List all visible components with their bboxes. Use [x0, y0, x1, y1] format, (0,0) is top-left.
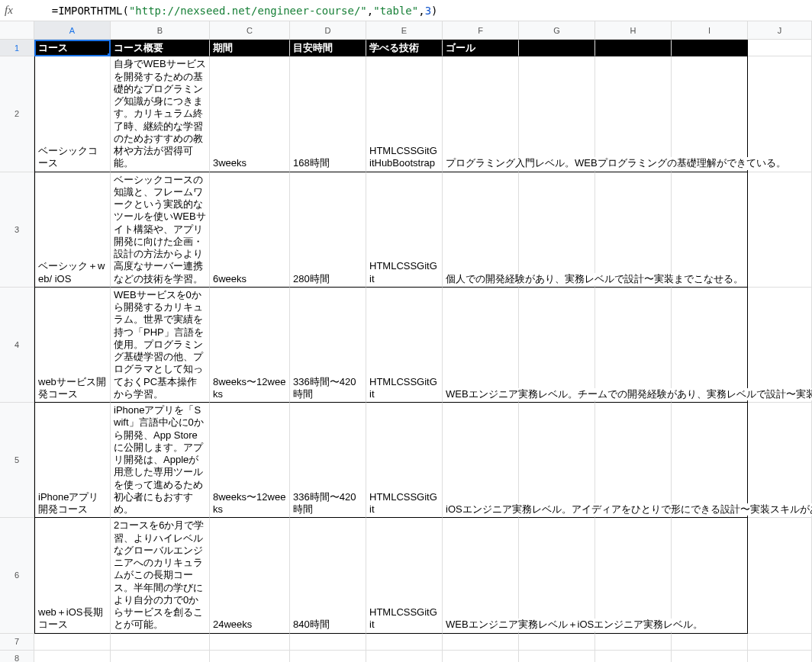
cell-J2[interactable] — [748, 56, 812, 172]
cell-D7[interactable] — [290, 634, 366, 651]
col-header-D[interactable]: D — [290, 21, 366, 40]
col-header-H[interactable]: H — [595, 21, 672, 40]
cell-C2[interactable]: 3weeks — [210, 56, 290, 172]
cell-D8[interactable] — [290, 651, 366, 663]
cell-J6[interactable] — [748, 518, 812, 633]
cell-I6[interactable] — [672, 518, 748, 633]
cell-J5[interactable] — [748, 403, 812, 518]
cell-F1[interactable]: ゴール — [443, 40, 519, 56]
cell-A7[interactable] — [34, 634, 111, 651]
cell-D3[interactable]: 280時間 — [290, 172, 366, 288]
cell-A3[interactable]: ベーシック＋web/ iOS — [34, 172, 111, 288]
cell-H7[interactable] — [595, 634, 672, 651]
cell-F5[interactable]: iOSエンジニア実務レベル。アイディアをひとりで形にできる設計〜実装スキルがある… — [443, 403, 519, 518]
cell-G6[interactable] — [519, 518, 595, 633]
cell-B6[interactable]: 2コースを6か月で学習、よりハイレベルなグローバルエンジニアへのカリキュラムがこ… — [111, 518, 210, 633]
row-header-7[interactable]: 7 — [0, 634, 34, 651]
row-header-8[interactable]: 8 — [0, 651, 34, 663]
cell-F8[interactable] — [443, 651, 519, 663]
cell-B1[interactable]: コース概要 — [111, 40, 210, 56]
cell-F4[interactable]: WEBエンジニア実務レベル。チームでの開発経験があり、実務レベルで設計〜実装まで… — [443, 288, 519, 403]
cell-F6[interactable]: WEBエンジニア実務レベル＋iOSエンジニア実務レベル。 — [443, 518, 519, 633]
cell-C6[interactable]: 24weeks — [210, 518, 290, 633]
cell-A6[interactable]: web＋iOS長期コース — [34, 518, 111, 633]
cell-H1[interactable] — [595, 40, 672, 56]
row-header-1[interactable]: 1 — [0, 40, 34, 56]
col-header-F[interactable]: F — [443, 21, 519, 40]
cell-G8[interactable] — [519, 651, 595, 663]
cell-G2[interactable] — [519, 56, 595, 172]
fill-handle[interactable] — [108, 53, 111, 56]
cell-D2[interactable]: 168時間 — [290, 56, 366, 172]
cell-E4[interactable]: HTMLCSSGitGit — [366, 288, 443, 403]
cell-C8[interactable] — [210, 651, 290, 663]
cell-J8[interactable] — [748, 651, 812, 663]
cell-B3[interactable]: ベーシックコースの知識と、フレームワークという実践的なツールを使いWEBサイト構… — [111, 172, 210, 288]
cell-F7[interactable] — [443, 634, 519, 651]
cell-E2[interactable]: HTMLCSSGitGitHubBootstrap — [366, 56, 443, 172]
cell-H4[interactable] — [595, 288, 672, 403]
col-header-B[interactable]: B — [111, 21, 210, 40]
cell-D1[interactable]: 目安時間 — [290, 40, 366, 56]
cell-H6[interactable] — [595, 518, 672, 633]
cell-A8[interactable] — [34, 651, 111, 663]
cell-C4[interactable]: 8weeks〜12weeks — [210, 288, 290, 403]
cell-H3[interactable] — [595, 172, 672, 288]
cell-E1[interactable]: 学べる技術 — [366, 40, 443, 56]
cell-D4[interactable]: 336時間〜420時間 — [290, 288, 366, 403]
cell-B7[interactable] — [111, 634, 210, 651]
col-header-A[interactable]: A — [34, 21, 111, 40]
cell-J1[interactable] — [748, 40, 812, 56]
cell-G4[interactable] — [519, 288, 595, 403]
cell-F3[interactable]: 個人での開発経験があり、実務レベルで設計〜実装までこなせる。 — [443, 172, 519, 288]
cell-I1[interactable] — [672, 40, 748, 56]
cell-A4[interactable]: webサービス開発コース — [34, 288, 111, 403]
cell-B4[interactable]: WEBサービスを0から開発するカリキュラム。世界で実績を持つ「PHP」言語を使用… — [111, 288, 210, 403]
cell-B2[interactable]: 自身でWEBサービスを開発するための基礎的なプログラミング知識が身につきます。カ… — [111, 56, 210, 172]
cell-D5[interactable]: 336時間〜420時間 — [290, 403, 366, 518]
cell-G3[interactable] — [519, 172, 595, 288]
cell-I8[interactable] — [672, 651, 748, 663]
row-header-2[interactable]: 2 — [0, 56, 34, 172]
cell-A5[interactable]: iPhoneアプリ開発コース — [34, 403, 111, 518]
cell-D6[interactable]: 840時間 — [290, 518, 366, 633]
cell-I3[interactable] — [672, 172, 748, 288]
cell-E6[interactable]: HTMLCSSGitGit — [366, 518, 443, 633]
formula-bar[interactable]: fx =IMPORTHTML("http://nexseed.net/engin… — [0, 0, 812, 21]
cell-F2[interactable]: プログラミング入門レベル。WEBプログラミングの基礎理解ができている。 — [443, 56, 519, 172]
col-header-G[interactable]: G — [519, 21, 595, 40]
cell-I5[interactable] — [672, 403, 748, 518]
row-header-5[interactable]: 5 — [0, 403, 34, 518]
col-header-E[interactable]: E — [366, 21, 443, 40]
col-header-C[interactable]: C — [210, 21, 290, 40]
cell-C3[interactable]: 6weeks — [210, 172, 290, 288]
cell-C7[interactable] — [210, 634, 290, 651]
cell-I2[interactable] — [672, 56, 748, 172]
cell-E7[interactable] — [366, 634, 443, 651]
cell-C1[interactable]: 期間 — [210, 40, 290, 56]
cell-H2[interactable] — [595, 56, 672, 172]
cell-I7[interactable] — [672, 634, 748, 651]
cell-E5[interactable]: HTMLCSSGitGit — [366, 403, 443, 518]
row-header-3[interactable]: 3 — [0, 172, 34, 288]
col-header-J[interactable]: J — [748, 21, 812, 40]
cell-B5[interactable]: iPhoneアプリを「Swift」言語中心に0から開発、App Storeに公開… — [111, 403, 210, 518]
cell-G5[interactable] — [519, 403, 595, 518]
cell-G1[interactable] — [519, 40, 595, 56]
cell-G7[interactable] — [519, 634, 595, 651]
cell-J7[interactable] — [748, 634, 812, 651]
row-header-6[interactable]: 6 — [0, 518, 34, 633]
cell-E3[interactable]: HTMLCSSGitGit — [366, 172, 443, 288]
row-header-4[interactable]: 4 — [0, 288, 34, 403]
col-header-I[interactable]: I — [672, 21, 748, 40]
cell-A1[interactable]: コース — [34, 40, 111, 56]
cell-H5[interactable] — [595, 403, 672, 518]
cell-J3[interactable] — [748, 172, 812, 288]
cell-A2[interactable]: ベーシックコース — [34, 56, 111, 172]
cell-H8[interactable] — [595, 651, 672, 663]
cell-E8[interactable] — [366, 651, 443, 663]
cell-I4[interactable] — [672, 288, 748, 403]
cell-J4[interactable] — [748, 288, 812, 403]
cell-B8[interactable] — [111, 651, 210, 663]
cell-C5[interactable]: 8weeks〜12weeks — [210, 403, 290, 518]
